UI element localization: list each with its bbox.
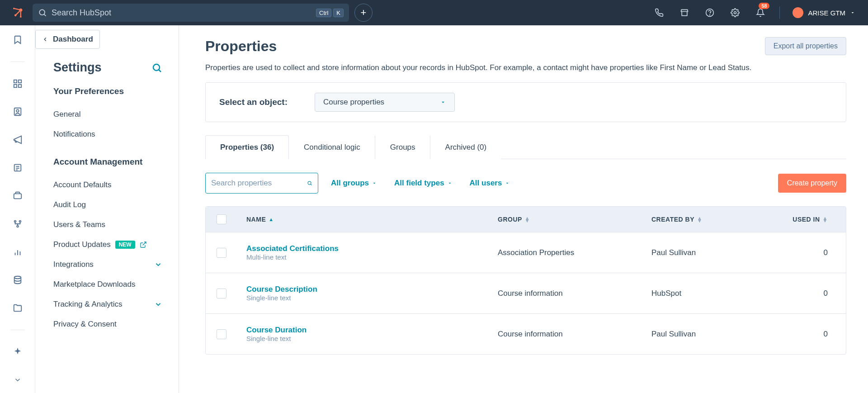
sort-icon: ▲▼ <box>823 217 828 222</box>
svg-rect-12 <box>18 85 21 87</box>
commerce-icon[interactable] <box>11 189 24 202</box>
property-name-link[interactable]: Associated Certifications <box>246 244 339 253</box>
object-selector-box: Select an object: Course properties <box>205 82 846 122</box>
grid-icon[interactable] <box>11 77 24 90</box>
kbd-shortcut: Ctrl K <box>316 9 344 17</box>
create-button[interactable]: + <box>354 4 373 22</box>
table-row[interactable]: Associated Certifications Multi-line tex… <box>206 232 846 273</box>
create-property-button[interactable]: Create property <box>778 174 846 193</box>
search-icon <box>307 178 312 188</box>
new-badge: NEW <box>115 241 135 249</box>
hubspot-icon <box>12 6 24 19</box>
notifications-icon[interactable]: 58 <box>750 4 770 22</box>
column-created-by[interactable]: CREATED BY ▲▼ <box>651 216 783 223</box>
svg-point-14 <box>16 109 19 112</box>
settings-search-icon[interactable] <box>151 62 162 73</box>
ai-icon[interactable] <box>11 346 24 358</box>
svg-line-31 <box>311 184 312 185</box>
sidebar-item-tracking[interactable]: Tracking & Analytics <box>53 294 162 314</box>
object-select[interactable]: Course properties <box>315 93 455 112</box>
data-icon[interactable] <box>11 274 24 286</box>
sidebar-item-privacy[interactable]: Privacy & Consent <box>53 314 162 334</box>
svg-point-27 <box>153 64 160 71</box>
notification-badge: 58 <box>759 3 769 9</box>
search-input[interactable] <box>52 8 311 18</box>
search-icon <box>38 8 47 17</box>
property-name-link[interactable]: Course Duration <box>246 326 307 335</box>
property-used-in: 0 <box>783 289 846 298</box>
sidebar-item-notifications[interactable]: Notifications <box>53 124 162 144</box>
export-all-button[interactable]: Export all properties <box>765 37 846 55</box>
svg-rect-9 <box>14 80 16 83</box>
caret-down-icon <box>372 180 377 186</box>
caret-down-icon <box>447 180 453 186</box>
megaphone-icon[interactable] <box>11 133 24 146</box>
property-search[interactable] <box>205 173 318 194</box>
sidebar-item-marketplace[interactable]: Marketplace Downloads <box>53 275 162 294</box>
page-description: Properties are used to collect and store… <box>205 63 846 72</box>
sidebar-item-product-updates[interactable]: Product Updates NEW <box>53 235 162 255</box>
reporting-icon[interactable] <box>11 246 24 258</box>
chevron-down-icon <box>154 300 162 308</box>
content-icon[interactable] <box>11 161 24 174</box>
svg-line-29 <box>142 242 146 245</box>
row-checkbox[interactable] <box>217 248 226 258</box>
svg-point-26 <box>14 276 21 279</box>
property-group: Course information <box>498 289 651 298</box>
filter-field-types[interactable]: All field types <box>390 179 457 188</box>
tab-archived[interactable]: Archived (0) <box>430 135 501 159</box>
dashboard-back-button[interactable]: Dashboard <box>35 30 100 49</box>
sidebar-item-general[interactable]: General <box>53 104 162 124</box>
svg-rect-10 <box>18 80 21 83</box>
tab-properties[interactable]: Properties (36) <box>205 135 289 159</box>
sidebar-item-integrations[interactable]: Integrations <box>53 255 162 275</box>
phone-icon[interactable] <box>649 4 669 22</box>
svg-point-20 <box>14 221 16 223</box>
expand-icon[interactable] <box>11 374 24 386</box>
property-search-input[interactable] <box>211 179 307 188</box>
sidebar-item-account-defaults[interactable]: Account Defaults <box>53 175 162 195</box>
svg-point-21 <box>19 221 21 223</box>
svg-point-30 <box>308 181 311 185</box>
row-checkbox[interactable] <box>217 289 226 298</box>
sidebar-item-users-teams[interactable]: Users & Teams <box>53 215 162 235</box>
table-row[interactable]: Course Duration Single-line text Course … <box>206 313 846 354</box>
svg-point-8 <box>734 12 736 14</box>
tab-conditional-logic[interactable]: Conditional logic <box>289 135 375 159</box>
filter-users[interactable]: All users <box>465 179 515 188</box>
svg-point-7 <box>710 15 710 15</box>
column-group[interactable]: GROUP ▲▼ <box>498 216 651 223</box>
settings-heading: Settings <box>53 61 102 75</box>
bookmark-icon[interactable] <box>11 33 24 46</box>
top-nav: Ctrl K + 58 ARISE GTM <box>0 0 868 25</box>
global-search[interactable]: Ctrl K <box>33 4 349 22</box>
automation-icon[interactable] <box>11 218 24 230</box>
caret-down-icon <box>505 180 510 186</box>
filter-row: All groups All field types All users Cre… <box>205 173 846 194</box>
chevron-down-icon <box>850 10 855 15</box>
sidebar-item-audit-log[interactable]: Audit Log <box>53 195 162 215</box>
hubspot-logo[interactable] <box>9 6 27 19</box>
select-all-checkbox[interactable] <box>217 214 226 224</box>
contacts-icon[interactable] <box>11 105 24 118</box>
property-created-by: HubSpot <box>651 289 783 298</box>
settings-icon[interactable] <box>725 4 745 22</box>
library-icon[interactable] <box>11 302 24 314</box>
table-row[interactable]: Course Description Single-line text Cour… <box>206 273 846 313</box>
help-icon[interactable] <box>700 4 720 22</box>
column-used-in[interactable]: USED IN ▲▼ <box>783 216 846 223</box>
row-checkbox[interactable] <box>217 329 226 339</box>
marketplace-icon[interactable] <box>675 4 694 22</box>
filter-groups[interactable]: All groups <box>326 179 382 188</box>
divider <box>779 6 780 19</box>
avatar <box>793 7 803 18</box>
property-name-link[interactable]: Course Description <box>246 285 317 294</box>
tab-groups[interactable]: Groups <box>375 135 430 159</box>
svg-line-28 <box>159 70 161 72</box>
account-name: ARISE GTM <box>808 9 845 17</box>
property-group: Association Properties <box>498 248 651 257</box>
property-used-in: 0 <box>783 248 846 257</box>
column-name[interactable]: NAME ▲ <box>237 216 498 223</box>
account-menu[interactable]: ARISE GTM <box>789 7 859 18</box>
select-object-label: Select an object: <box>219 97 288 107</box>
